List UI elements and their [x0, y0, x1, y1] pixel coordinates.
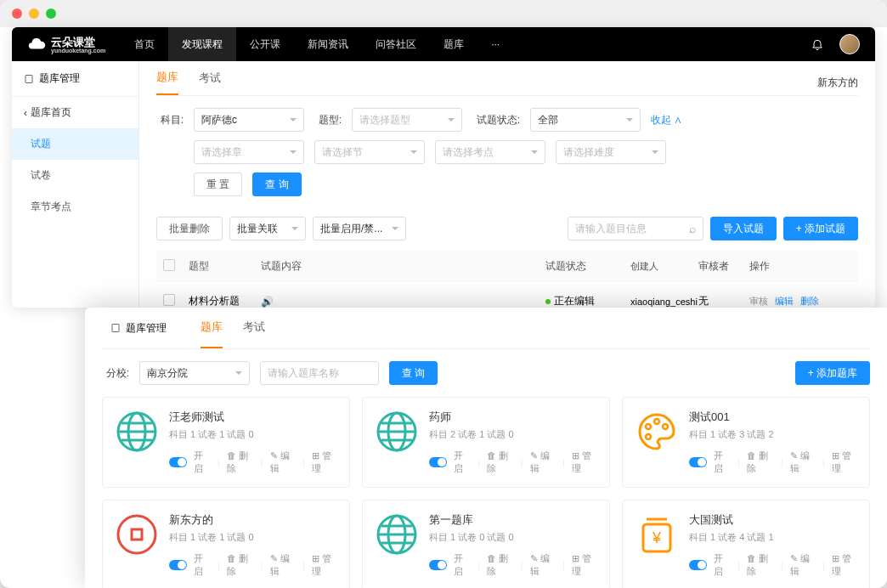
toggle-open[interactable]: [689, 457, 707, 467]
table-header: 题型 试题内容 试题状态 创建人 审核者 操作: [156, 251, 858, 282]
tab-exam[interactable]: 考试: [199, 71, 221, 94]
batch-bar: 批量删除 批量关联 批量启用/禁... 请输入题目信息 导入试题 + 添加试题: [156, 212, 858, 246]
label-subject: 科目:: [156, 113, 184, 127]
op-review[interactable]: 审核: [749, 295, 768, 308]
select-branch[interactable]: 南京分院: [139, 361, 250, 385]
bank-ops: 开启 | 🗑 删除 | ✎ 编辑 | ⊞ 管理: [689, 449, 857, 475]
bell-icon[interactable]: [811, 37, 824, 51]
op-delete[interactable]: 🗑 删除: [227, 449, 254, 475]
add-bank-button[interactable]: + 添加题库: [795, 361, 870, 385]
bank-card[interactable]: 药师 科目 2 试卷 1 试题 0 开启 | 🗑 删除 | ✎ 编辑 | ⊞ 管…: [362, 397, 610, 488]
op-manage[interactable]: ⊞ 管理: [572, 552, 597, 578]
op-manage[interactable]: ⊞ 管理: [572, 449, 597, 475]
w2-query-button[interactable]: 查 询: [389, 361, 438, 385]
op-delete[interactable]: 🗑 删除: [747, 449, 774, 475]
query-button[interactable]: 查 询: [252, 172, 301, 196]
op-edit[interactable]: ✎ 编辑: [270, 552, 296, 578]
audio-icon[interactable]: 🔊: [261, 296, 274, 308]
avatar[interactable]: [839, 34, 860, 54]
batch-delete-button[interactable]: 批量删除: [156, 217, 223, 240]
nav-discover[interactable]: 发现课程: [168, 27, 236, 61]
select-difficulty[interactable]: 请选择难度: [556, 140, 666, 164]
op-delete[interactable]: 🗑 删除: [487, 449, 514, 475]
op-manage[interactable]: ⊞ 管理: [312, 449, 337, 475]
top-nav: 云朵课堂 yunduoketang.com 首页 发现课程 公开课 新闻资讯 问…: [12, 27, 875, 61]
op-edit[interactable]: ✎ 编辑: [790, 552, 816, 578]
checkbox-all[interactable]: [163, 259, 175, 271]
select-qstatus[interactable]: 全部: [530, 108, 641, 132]
nav-news[interactable]: 新闻资讯: [294, 27, 362, 61]
bank-card[interactable]: 第一题库 科目 1 试卷 0 试题 0 开启 | 🗑 删除 | ✎ 编辑 | ⊞…: [362, 500, 610, 588]
nav-qa[interactable]: 问答社区: [362, 27, 430, 61]
bank-meta: 科目 1 试卷 4 试题 1: [689, 531, 857, 544]
op-delete[interactable]: 🗑 删除: [747, 552, 774, 578]
op-edit[interactable]: ✎ 编辑: [270, 449, 296, 475]
op-manage[interactable]: ⊞ 管理: [312, 552, 337, 578]
toggle-open[interactable]: [689, 560, 707, 570]
label-qstatus: 试题状态:: [472, 113, 520, 127]
batch-enable-select[interactable]: 批量启用/禁...: [313, 217, 406, 240]
checkbox-row[interactable]: [163, 294, 175, 306]
sidebar-item-chapters[interactable]: 章节考点: [12, 191, 138, 223]
reset-button[interactable]: 重 置: [194, 172, 242, 196]
op-edit[interactable]: ✎ 编辑: [530, 552, 556, 578]
cell-type: 材料分析题: [189, 294, 261, 308]
toggle-open[interactable]: [429, 560, 447, 570]
toggle-open[interactable]: [429, 457, 447, 467]
toggle-open[interactable]: [169, 457, 187, 467]
op-delete[interactable]: 删除: [800, 295, 819, 308]
add-question-button[interactable]: + 添加试题: [783, 217, 858, 240]
sidebar-item-papers[interactable]: 试卷: [12, 160, 138, 191]
mac-close-icon[interactable]: [12, 8, 22, 19]
nav-home[interactable]: 首页: [121, 27, 168, 61]
sidebar-item-questions[interactable]: 试题: [12, 128, 138, 160]
select-subject[interactable]: 阿萨德c: [194, 108, 304, 132]
cell-creator: xiaoqiang_ceshi: [630, 297, 698, 307]
w2-filters: 分校: 南京分院 请输入题库名称 查 询 + 添加题库: [102, 349, 870, 397]
op-delete[interactable]: 🗑 删除: [227, 552, 254, 578]
bank-card[interactable]: 汪老师测试 科目 1 试卷 1 试题 0 开启 | 🗑 删除 | ✎ 编辑 | …: [102, 397, 350, 488]
sidebar: 题库管理 ‹ 题库首页 试题 试卷 章节考点: [12, 61, 139, 308]
bank-card[interactable]: 新东方的 科目 1 试卷 1 试题 0 开启 | 🗑 删除 | ✎ 编辑 | ⊞…: [102, 500, 350, 588]
toggle-open[interactable]: [169, 560, 187, 570]
op-manage[interactable]: ⊞ 管理: [832, 552, 857, 578]
nav-open-course[interactable]: 公开课: [236, 27, 294, 61]
select-point[interactable]: 请选择考点: [435, 140, 545, 164]
th-reviewer: 审核者: [698, 259, 749, 274]
op-edit[interactable]: ✎ 编辑: [530, 449, 556, 475]
sidebar-back[interactable]: ‹ 题库首页: [12, 97, 138, 128]
bank-icon: [375, 512, 419, 557]
select-chapter[interactable]: 请选择章: [194, 140, 304, 164]
bank-cards: 汪老师测试 科目 1 试卷 1 试题 0 开启 | 🗑 删除 | ✎ 编辑 | …: [102, 397, 870, 588]
op-delete[interactable]: 🗑 删除: [487, 552, 514, 578]
op-edit[interactable]: ✎ 编辑: [790, 449, 816, 475]
bank-card[interactable]: 大国测试 科目 1 试卷 4 试题 1 开启 | 🗑 删除 | ✎ 编辑 | ⊞…: [622, 500, 870, 588]
nav-question-bank[interactable]: 题库: [430, 27, 477, 61]
collapse-toggle[interactable]: 收起 ∧: [651, 113, 682, 127]
bank-card[interactable]: 测试001 科目 1 试卷 3 试题 2 开启 | 🗑 删除 | ✎ 编辑 | …: [622, 397, 870, 488]
bank-icon: [115, 512, 159, 557]
w2-tab-bank[interactable]: 题库: [201, 308, 223, 348]
bank-meta: 科目 1 试卷 1 试题 0: [169, 428, 337, 441]
bank-title: 药师: [429, 410, 597, 425]
nav-more[interactable]: ···: [477, 27, 513, 61]
th-content: 试题内容: [261, 259, 545, 274]
batch-relate-select[interactable]: 批量关联: [229, 217, 306, 240]
search-input[interactable]: 请输入题目信息: [568, 217, 703, 240]
logo[interactable]: 云朵课堂 yunduoketang.com: [12, 35, 121, 54]
op-edit[interactable]: 编辑: [775, 295, 794, 308]
mac-minimize-icon[interactable]: [29, 8, 39, 19]
op-manage[interactable]: ⊞ 管理: [832, 449, 857, 475]
mac-titlebar: [0, 0, 887, 27]
bank-name-input[interactable]: 请输入题库名称: [260, 361, 379, 385]
label-qtype: 题型:: [314, 113, 342, 127]
bank-meta: 科目 1 试卷 1 试题 0: [169, 531, 337, 544]
select-section[interactable]: 请选择节: [314, 140, 425, 164]
bank-title: 汪老师测试: [169, 410, 337, 425]
mac-zoom-icon[interactable]: [46, 8, 56, 19]
bank-title: 第一题库: [429, 512, 597, 528]
w2-tab-exam[interactable]: 考试: [243, 308, 265, 348]
import-button[interactable]: 导入试题: [710, 217, 777, 240]
select-qtype[interactable]: 请选择题型: [352, 108, 462, 132]
tab-bank[interactable]: 题库: [156, 70, 178, 95]
